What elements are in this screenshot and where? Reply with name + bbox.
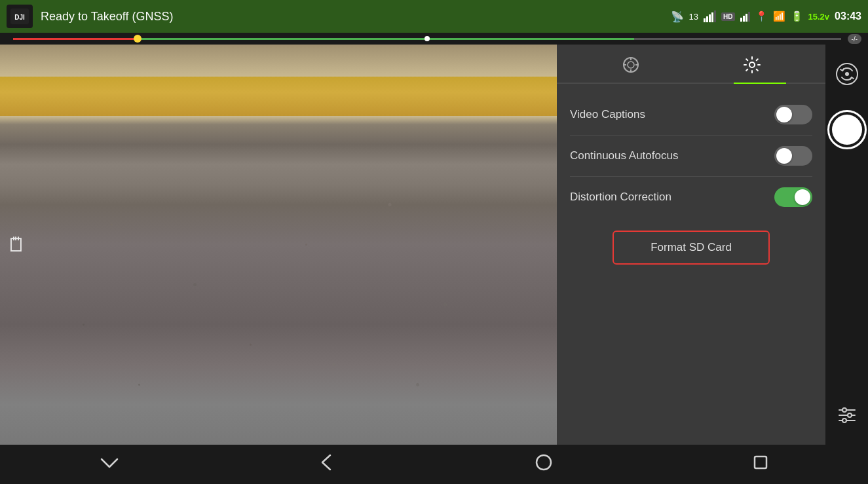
dji-logo: DJI (7, 5, 33, 28)
home-button[interactable] (509, 454, 578, 475)
time-display: 03:43 (835, 10, 861, 22)
continuous-autofocus-knob (776, 148, 792, 164)
recording-signal (740, 12, 750, 22)
status-bar-left: DJI Ready to Takeoff (GNSS) (7, 5, 173, 28)
svg-rect-18 (755, 456, 766, 468)
right-action-bar (825, 45, 868, 445)
distortion-correction-row: Distortion Correction (570, 177, 812, 217)
settings-filter-button[interactable] (831, 399, 863, 432)
settings-content: Video Captions Continuous Autofocus Dist… (557, 84, 825, 445)
voltage-display: 15.2v (808, 12, 830, 22)
format-sd-card-button[interactable]: Format SD Card (613, 231, 770, 265)
right-panel: Video Captions Continuous Autofocus Dist… (557, 45, 825, 445)
status-title: Ready to Takeoff (GNSS) (41, 10, 173, 24)
svg-point-15 (848, 413, 852, 417)
signal-bars (704, 10, 716, 22)
progress-track[interactable] (13, 38, 841, 40)
satellite-count: 13 (689, 12, 698, 22)
video-captions-row: Video Captions (570, 94, 812, 136)
continuous-autofocus-label: Continuous Autofocus (570, 148, 678, 164)
record-button-inner (832, 115, 862, 145)
video-captions-knob (776, 107, 792, 122)
collapse-button[interactable] (74, 455, 145, 474)
distortion-correction-label: Distortion Correction (570, 189, 671, 205)
distortion-correction-knob (795, 189, 810, 205)
yellow-road-line (0, 77, 557, 116)
svg-point-10 (845, 72, 849, 76)
distortion-correction-toggle[interactable] (774, 187, 812, 207)
continuous-autofocus-row: Continuous Autofocus (570, 136, 812, 177)
left-sidebar-icons: 🗒 (7, 234, 26, 256)
panel-tabs (557, 45, 825, 84)
svg-point-16 (842, 419, 846, 422)
svg-point-17 (537, 455, 551, 470)
video-captions-label: Video Captions (570, 108, 645, 121)
progress-badge: -/- (848, 34, 861, 44)
tab-settings[interactable] (730, 51, 774, 83)
video-captions-toggle[interactable] (774, 105, 812, 124)
progress-yellow-dot (134, 35, 142, 43)
status-bar-right: 📡 13 HD 📍 📶 🔋 15.2v 03:43 (671, 10, 861, 23)
satellite-icon: 📡 (671, 10, 684, 23)
recent-apps-button[interactable] (727, 455, 794, 474)
continuous-autofocus-toggle[interactable] (774, 146, 812, 166)
tab-camera[interactable] (609, 51, 652, 83)
hd-badge: HD (721, 12, 734, 21)
status-bar: DJI Ready to Takeoff (GNSS) 📡 13 HD 📍 📶 … (0, 0, 868, 33)
svg-text:DJI: DJI (14, 14, 25, 21)
wifi-icon: 📶 (773, 10, 785, 22)
switch-camera-button[interactable] (831, 58, 863, 90)
camera-view: 🗒 (0, 45, 557, 445)
clipboard-icon[interactable]: 🗒 (7, 234, 26, 256)
main-content: 🗒 (0, 45, 868, 445)
progress-green-segment (138, 38, 634, 40)
svg-point-14 (842, 408, 846, 412)
svg-point-3 (628, 62, 634, 68)
progress-bar-container: -/- (0, 33, 868, 45)
tab-active-underline (734, 83, 786, 84)
progress-red-segment (13, 38, 138, 40)
progress-white-dot (425, 36, 430, 41)
battery-icon: 🔋 (791, 10, 803, 22)
location-icon: 📍 (755, 10, 768, 22)
svg-point-8 (749, 62, 755, 67)
record-button[interactable] (827, 110, 867, 149)
bottom-nav (0, 445, 868, 484)
camera-overlay (0, 45, 557, 445)
back-button[interactable] (293, 454, 360, 475)
